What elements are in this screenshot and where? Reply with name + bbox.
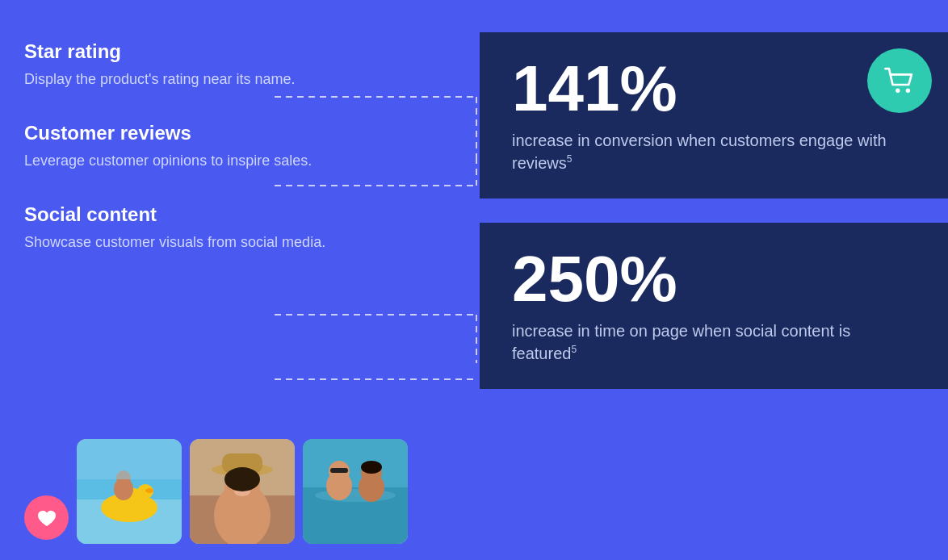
heart-icon-svg (36, 507, 58, 529)
feature-customer-reviews: Customer reviews Leverage customer opini… (24, 122, 331, 171)
feature-star-rating: Star rating Display the product's rating… (24, 40, 331, 90)
svg-point-7 (896, 88, 900, 92)
photo-couple-pool (303, 439, 408, 544)
photo-1-svg (77, 439, 182, 544)
feature-social-content: Social content Showcase customer visuals… (24, 203, 331, 253)
photo-child-duck (77, 439, 182, 544)
svg-point-25 (224, 467, 260, 491)
social-content-area (24, 439, 408, 544)
time-on-page-stat-box: 250% increase in time on page when socia… (480, 223, 948, 389)
conversion-stat-desc: increase in conversion when customers en… (512, 129, 916, 174)
conversion-stat-box: 141% increase in conversion when custome… (480, 32, 948, 199)
time-on-page-stat-number: 250% (512, 247, 677, 311)
cart-icon-circle (867, 48, 932, 113)
photo-3-svg (303, 439, 408, 544)
heart-icon (24, 495, 69, 540)
social-content-title: Social content (24, 203, 331, 226)
right-column: 141% increase in conversion when custome… (331, 32, 948, 413)
svg-point-14 (145, 488, 153, 493)
time-on-page-stat-desc: increase in time on page when social con… (512, 320, 916, 365)
main-container: Star rating Display the product's rating… (0, 0, 948, 560)
star-rating-desc: Display the product's rating near its na… (24, 69, 331, 90)
customer-reviews-desc: Leverage customer opinions to inspire sa… (24, 151, 331, 171)
photo-2-svg (190, 439, 295, 544)
left-column: Star rating Display the product's rating… (24, 32, 331, 286)
svg-rect-31 (330, 468, 348, 473)
conversion-stat-number: 141% (512, 56, 677, 121)
svg-point-34 (361, 461, 382, 474)
cart-icon (882, 63, 918, 99)
star-rating-title: Star rating (24, 40, 331, 63)
svg-rect-17 (77, 439, 182, 479)
customer-reviews-title: Customer reviews (24, 122, 331, 144)
svg-point-8 (905, 88, 909, 92)
social-content-desc: Showcase customer visuals from social me… (24, 232, 331, 253)
photo-woman-hat (190, 439, 295, 544)
